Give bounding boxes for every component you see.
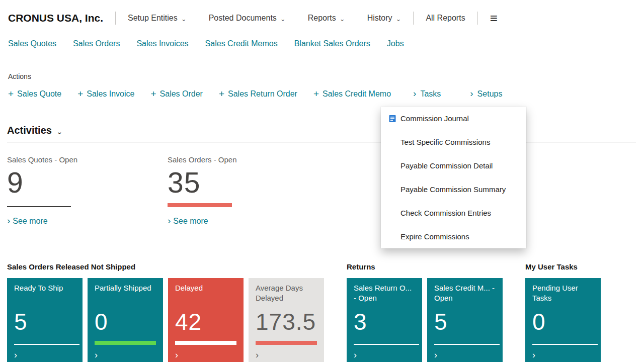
plus-icon: + [150,88,156,100]
menu-item-test-specific-commissions[interactable]: Test Specific Commissions [381,130,526,154]
menu-item-payable-commission-summary[interactable]: Payable Commission Summary [381,177,526,201]
cue-tile-sales-return-orders-open[interactable]: Sales Return O... - Open 3 › [347,278,422,362]
tasks-dropdown-menu: Commission Journal Test Specific Commiss… [381,107,526,248]
action-label: Sales Credit Memo [323,89,391,99]
see-more-link[interactable]: › See more [168,216,328,227]
menu-item-payable-commission-detail[interactable]: Payable Commission Detail [381,154,526,177]
menu-setup-entities[interactable]: Setup Entities ⌄ [128,14,187,23]
action-tasks-menu[interactable]: › Tasks [413,88,441,100]
menu-label: History [367,14,392,23]
divider [413,12,414,25]
see-more-label: See more [13,217,47,226]
plus-icon: + [219,88,224,100]
tile-value: 5 [14,310,75,333]
menu-label: Posted Documents [209,14,277,23]
cue-tile-sales-credit-memos-open[interactable]: Sales Credit M... - Open 5 › [427,278,503,362]
menu-item-commission-journal[interactable]: Commission Journal [381,107,526,130]
tile-progress-bar [95,341,156,345]
cue-group-returns: Returns Sales Return O... - Open 3 › Sal… [347,262,503,362]
menu-posted-documents[interactable]: Posted Documents ⌄ [209,14,286,23]
chevron-down-icon: ⌄ [56,127,63,136]
tile-underline [354,344,419,345]
cue-tile-partially-shipped[interactable]: Partially Shipped 0 › [88,278,163,362]
cue-tile-ready-to-ship[interactable]: Ready To Ship 5 › [7,278,83,362]
tile-progress-bar [256,341,317,345]
chevron-down-icon: ⌄ [395,15,401,23]
subnav-sales-credit-memos[interactable]: Sales Credit Memos [205,39,278,48]
kpi-value[interactable]: 35 [168,168,328,198]
divider [115,12,116,25]
tile-progress-bar [175,341,236,345]
action-label: Sales Order [160,89,203,99]
chevron-down-icon: ⌄ [340,15,345,23]
plus-icon: + [8,88,14,100]
see-more-link[interactable]: › See more [7,216,168,227]
section-title: Activities [7,125,52,136]
chevron-down-icon: ⌄ [181,15,187,23]
menu-item-label: Test Specific Commissions [400,138,490,146]
top-navigation-bar: CRONUS USA, Inc. Setup Entities ⌄ Posted… [0,0,644,36]
tile-value: 0 [532,310,594,333]
kpi-bar-slot [7,203,168,207]
kpi-label: Sales Orders - Open [168,155,328,164]
action-label: Sales Return Order [228,89,297,99]
menu-item-expire-commissions[interactable]: Expire Commissions [381,225,526,248]
cue-groups-row: Sales Orders Released Not Shipped Ready … [7,262,601,362]
menu-all-reports[interactable]: All Reports [426,14,465,23]
menu-item-label: Payable Commission Detail [400,161,493,170]
menu-reports[interactable]: Reports ⌄ [308,14,345,23]
chevron-right-icon: › [14,350,75,360]
tile-label: Average Days Delayed [256,283,317,305]
chevron-right-icon: › [7,215,10,226]
tiles-row: Pending User Tasks 0 › [525,278,601,362]
tile-underline [434,344,500,345]
action-new-sales-order[interactable]: + Sales Order [150,88,202,100]
menu-item-label: Expire Commissions [400,232,469,241]
chevron-right-icon: › [470,88,473,99]
chevron-right-icon: › [256,350,317,360]
tile-value: 173.5 [256,310,317,333]
kpi-progress-bar [168,203,232,207]
chevron-right-icon: › [413,88,416,99]
action-new-sales-credit-memo[interactable]: + Sales Credit Memo [313,88,391,100]
subnav-sales-invoices[interactable]: Sales Invoices [136,39,188,48]
menu-item-check-commission-entries[interactable]: Check Commission Entries [381,201,526,225]
tile-value: 5 [434,310,496,333]
activities-header[interactable]: Activities ⌄ [7,125,63,136]
kpi-sales-quotes-open: Sales Quotes - Open 9 › See more [7,155,168,227]
tile-value: 42 [175,310,236,333]
menu-label: Setup Entities [128,14,178,23]
kpi-row: Sales Quotes - Open 9 › See more Sales O… [7,155,644,227]
subnav-sales-quotes[interactable]: Sales Quotes [8,39,56,48]
tile-label: Sales Credit M... - Open [434,283,496,305]
kpi-value[interactable]: 9 [7,168,168,198]
tile-label: Delayed [175,283,236,305]
journal-icon [388,115,396,123]
tile-value: 3 [354,310,415,333]
action-new-sales-invoice[interactable]: + Sales Invoice [77,88,134,100]
company-name[interactable]: CRONUS USA, Inc. [8,12,103,24]
cue-tile-delayed[interactable]: Delayed 42 › [168,278,244,362]
action-new-sales-quote[interactable]: + Sales Quote [8,88,61,100]
subnav-sales-orders[interactable]: Sales Orders [73,39,120,48]
action-label: Tasks [420,89,441,99]
action-setups-menu[interactable]: › Setups [470,88,502,100]
chevron-down-icon: ⌄ [280,15,286,23]
divider [477,12,478,25]
subnav-jobs[interactable]: Jobs [387,39,404,48]
cue-tile-average-days-delayed[interactable]: Average Days Delayed 173.5 › [249,278,324,362]
cue-group-title: My User Tasks [525,262,601,271]
hamburger-menu-icon[interactable]: ≡ [490,12,498,25]
sub-navigation: Sales Quotes Sales Orders Sales Invoices… [0,36,644,55]
cue-group-released-not-shipped: Sales Orders Released Not Shipped Ready … [7,262,324,362]
cue-tile-pending-user-tasks[interactable]: Pending User Tasks 0 › [525,278,601,362]
chevron-right-icon: › [175,350,236,360]
action-new-sales-return-order[interactable]: + Sales Return Order [219,88,297,100]
subnav-blanket-sales-orders[interactable]: Blanket Sales Orders [294,39,370,48]
chevron-right-icon: › [532,350,594,360]
business-central-page: { "icons": { "plus": "+", "chevron_down"… [0,0,644,362]
kpi-bar-slot [168,203,328,207]
menu-history[interactable]: History ⌄ [367,14,401,23]
chevron-right-icon: › [354,350,415,360]
menu-item-label: Payable Commission Summary [400,185,506,194]
